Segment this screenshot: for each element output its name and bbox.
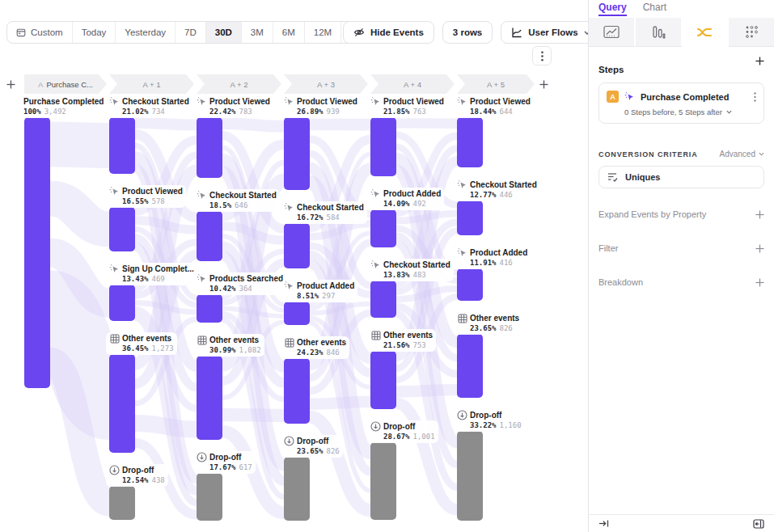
- date-range-6m[interactable]: 6M: [273, 22, 305, 43]
- column-tab[interactable]: APurchase C...: [24, 74, 107, 94]
- sidebar-tabs: Query Chart: [589, 0, 774, 16]
- flow-node-label[interactable]: Other events23.65%826: [454, 312, 522, 335]
- user-flows-screen: CustomTodayYesterday7D30D3M6M12MXTD Hide…: [0, 0, 774, 532]
- drop-off-icon: [195, 452, 209, 462]
- flow-node-label[interactable]: Drop-off28.67%1,001: [367, 420, 438, 443]
- date-range-yesterday[interactable]: Yesterday: [116, 22, 176, 43]
- date-range-label: Today: [82, 27, 107, 37]
- flow-node-label[interactable]: Sign Up Complet...13.43%469: [106, 263, 197, 285]
- flow-node-label[interactable]: Product Viewed16.55%578: [106, 185, 186, 208]
- column-tab[interactable]: A + 3: [284, 74, 368, 94]
- flow-node-label[interactable]: Product Added14.09%492: [367, 188, 444, 210]
- flow-node-bar[interactable]: [197, 117, 222, 178]
- flow-node-bar[interactable]: [197, 294, 222, 323]
- flow-node-bar[interactable]: [370, 351, 396, 409]
- flow-node-label[interactable]: Checkout Started21.02%734: [106, 95, 192, 118]
- flow-node-label[interactable]: Product Viewed18.44%644: [454, 95, 534, 118]
- flow-node-label[interactable]: Other events21.56%753: [367, 329, 436, 352]
- flow-node-label[interactable]: Checkout Started12.77%446: [454, 179, 540, 201]
- sidebar-section-breakdown[interactable]: Breakdown: [598, 277, 764, 287]
- rows-button[interactable]: 3 rows: [442, 21, 493, 44]
- date-range-today[interactable]: Today: [73, 22, 116, 43]
- flow-node-label[interactable]: Purchase Completed100%3,492: [23, 95, 107, 118]
- flow-node-label[interactable]: Checkout Started13.83%483: [367, 259, 454, 281]
- flow-node-label[interactable]: Checkout Started18.5%646: [193, 189, 280, 212]
- flow-node-label[interactable]: Other events30.99%1,082: [193, 334, 264, 357]
- flow-node-bar[interactable]: [197, 356, 222, 440]
- plus-icon[interactable]: [755, 278, 764, 287]
- sidebar-section-expand-events-by-property[interactable]: Expand Events by Property: [598, 209, 764, 219]
- tab-bar-chart[interactable]: [636, 18, 683, 47]
- flow-node-bar[interactable]: [457, 268, 483, 301]
- flow-node-bar[interactable]: [370, 281, 396, 318]
- flow-node-label[interactable]: Drop-off12.54%438: [106, 464, 168, 487]
- flow-node-bar[interactable]: [284, 223, 310, 268]
- collapse-panel-button[interactable]: [598, 519, 609, 528]
- column-tab[interactable]: A + 4: [370, 74, 455, 94]
- flow-node-bar[interactable]: [109, 117, 135, 174]
- add-step-left-button[interactable]: [3, 77, 18, 91]
- flow-node-label[interactable]: Drop-off17.67%617: [193, 451, 256, 474]
- flow-node-bar[interactable]: [370, 209, 396, 247]
- advanced-toggle[interactable]: Advanced: [720, 150, 764, 158]
- flow-node-label[interactable]: Product Viewed22.42%783: [193, 95, 273, 118]
- step-more-button[interactable]: [754, 92, 756, 102]
- flow-node-bar[interactable]: [457, 201, 483, 235]
- flow-node-bar[interactable]: [284, 302, 310, 325]
- flow-node-bar[interactable]: [109, 486, 135, 520]
- date-range-7d[interactable]: 7D: [176, 22, 206, 43]
- counting-method-select[interactable]: Uniques: [598, 166, 764, 188]
- date-range-30d[interactable]: 30D: [206, 22, 242, 43]
- flow-node-label[interactable]: Products Searched10.42%364: [193, 272, 286, 295]
- flow-node-bar[interactable]: [109, 354, 135, 453]
- flow-node-bar[interactable]: [457, 117, 483, 167]
- tab-chart[interactable]: Chart: [643, 2, 666, 16]
- step-detail-toggle[interactable]: 0 Steps before, 5 Steps after: [624, 108, 756, 116]
- flow-node-bar[interactable]: [370, 442, 396, 520]
- flow-node-label[interactable]: Product Viewed21.85%763: [367, 95, 447, 118]
- hide-events-button[interactable]: Hide Events: [343, 21, 434, 44]
- tab-line-chart[interactable]: [589, 18, 636, 47]
- flow-node-bar[interactable]: [109, 285, 135, 321]
- column-tab-label: A + 1: [143, 80, 161, 89]
- flow-node-label[interactable]: Other events36.45%1,273: [106, 332, 177, 355]
- flow-node-bar[interactable]: [109, 207, 135, 251]
- tab-more-charts[interactable]: [729, 18, 774, 47]
- flow-node-label[interactable]: Checkout Started16.72%584: [281, 201, 367, 224]
- flow-node-label[interactable]: Drop-off33.22%1,160: [454, 409, 525, 432]
- flow-node-bar[interactable]: [24, 117, 50, 388]
- plus-icon[interactable]: [755, 210, 764, 219]
- tab-user-flows[interactable]: [683, 18, 730, 47]
- flow-node-bar[interactable]: [284, 117, 310, 190]
- tab-query[interactable]: Query: [598, 2, 627, 16]
- flow-node-bar[interactable]: [457, 334, 483, 398]
- flow-node-bar[interactable]: [457, 431, 483, 521]
- chart-more-menu-button[interactable]: [532, 46, 552, 65]
- add-step-right-button[interactable]: [536, 77, 551, 91]
- flow-node-label[interactable]: Product Added11.91%416: [454, 247, 531, 269]
- column-tab[interactable]: A + 1: [109, 74, 194, 94]
- flow-node-bar[interactable]: [284, 358, 310, 424]
- flow-node-label[interactable]: Product Viewed26.89%939: [281, 95, 361, 118]
- column-tab[interactable]: A + 5: [457, 74, 535, 94]
- plus-icon[interactable]: [755, 244, 764, 253]
- flow-node-bar[interactable]: [197, 473, 222, 521]
- flow-node-label[interactable]: Product Added8.51%297: [281, 280, 357, 302]
- flow-node-bar[interactable]: [370, 117, 396, 176]
- flow-node-stats: 16.55%578: [122, 196, 183, 206]
- flow-node-label[interactable]: Drop-off23.65%826: [281, 435, 343, 458]
- flow-node-bar[interactable]: [197, 211, 222, 261]
- flow-node-stats: 17.67%617: [209, 462, 252, 472]
- add-step-button[interactable]: [755, 57, 764, 65]
- date-range-custom[interactable]: Custom: [7, 22, 73, 43]
- flow-node-label[interactable]: Other events24.23%846: [281, 336, 349, 359]
- flow-node-bar[interactable]: [284, 457, 310, 521]
- sidebar-section-filter[interactable]: Filter: [598, 243, 764, 253]
- date-range-3m[interactable]: 3M: [242, 22, 273, 43]
- date-range-label: 12M: [314, 27, 332, 37]
- column-tab[interactable]: A + 2: [197, 74, 281, 94]
- step-card[interactable]: A Purchase Completed 0 Steps before, 5 S…: [598, 82, 764, 124]
- date-range-12m[interactable]: 12M: [305, 22, 341, 43]
- chart-type-button[interactable]: User Flows: [501, 21, 600, 44]
- dock-panel-button[interactable]: [753, 519, 764, 529]
